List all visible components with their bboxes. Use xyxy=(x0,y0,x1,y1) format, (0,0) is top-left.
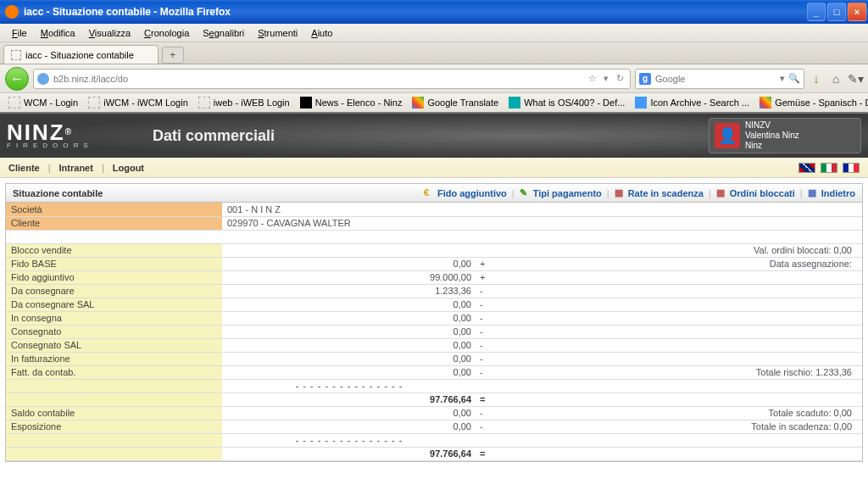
row-value: 0,00 xyxy=(222,325,476,338)
flag-it-icon[interactable] xyxy=(821,163,837,173)
bookmark-icon xyxy=(88,97,100,109)
table-row: In consegna0,00- xyxy=(6,311,862,325)
table-row: Consegnato SAL0,00- xyxy=(6,338,862,352)
back-button[interactable]: ← xyxy=(5,67,29,91)
bookmark-item[interactable]: Icon Archive - Search ... xyxy=(630,97,754,109)
page-title: Dati commerciali xyxy=(153,127,709,145)
row-extra: Totale scaduto: 0,00 xyxy=(490,406,862,420)
home-icon[interactable]: ⌂ xyxy=(828,71,843,86)
google-icon: g xyxy=(639,73,651,85)
row-value: 0,00 xyxy=(222,352,476,365)
flag-uk-icon[interactable] xyxy=(798,163,815,173)
flag-fr-icon[interactable] xyxy=(843,163,860,173)
action-rate-scadenza[interactable]: Rate in scadenza xyxy=(615,187,704,198)
window-maximize-button[interactable]: □ xyxy=(827,3,846,21)
firefox-icon xyxy=(5,5,19,19)
menu-modifica[interactable]: Modifica xyxy=(34,26,82,40)
row-label: Fido aggiuntivo xyxy=(6,270,222,284)
action-indietro[interactable]: Indietro xyxy=(808,187,855,198)
row-label: Da consegnare SAL xyxy=(6,298,222,311)
bookmark-item[interactable]: WCM - Login xyxy=(3,97,83,109)
panel-header: Situazione contabile Fido aggiuntivo | T… xyxy=(6,184,862,203)
row-extra: Totale in scadenza: 0,00 xyxy=(490,420,862,433)
nav-cliente[interactable]: Cliente xyxy=(8,163,40,173)
nav-logout[interactable]: Logout xyxy=(113,163,144,173)
bookmark-item[interactable]: iWCM - iWCM Login xyxy=(83,97,193,109)
content-panel: Situazione contabile Fido aggiuntivo | T… xyxy=(5,183,863,462)
row-value: 0,00 xyxy=(222,311,476,325)
browser-menubar: File Modifica Visualizza Cronologia Segn… xyxy=(0,24,868,42)
pencil-icon xyxy=(520,187,531,198)
reload-icon[interactable]: ↻ xyxy=(613,73,626,84)
table-row: Fatt. da contab.0,00-Totale rischio: 1.2… xyxy=(6,365,862,379)
table-row: Blocco venditeVal. ordini bloccati: 0,00 xyxy=(6,243,862,257)
row-label: Fatt. da contab. xyxy=(6,365,222,379)
row-extra: Totale rischio: 1.233,36 xyxy=(490,365,862,379)
action-ordini-bloccati[interactable]: Ordini bloccati xyxy=(716,187,795,198)
new-tab-button[interactable]: + xyxy=(162,47,184,64)
action-tipi-pagamento[interactable]: Tipi pagamento xyxy=(520,187,602,198)
table-row: Fido BASE0,00+Data assegnazione: xyxy=(6,257,862,270)
url-dropdown-icon[interactable]: ▾ xyxy=(599,73,613,84)
row-value: 0,00 xyxy=(222,257,476,270)
bookmark-item[interactable]: Google Translate xyxy=(407,97,504,109)
row-value: 1.233,36 xyxy=(222,284,476,298)
bookmark-icon xyxy=(635,97,647,109)
action-fido-aggiuntivo[interactable]: Fido aggiuntivo xyxy=(424,187,507,198)
table-row: Da consegnare SAL0,00- xyxy=(6,298,862,311)
bookmark-item[interactable]: What is OS/400? - Def... xyxy=(504,97,630,109)
nav-intranet[interactable]: Intranet xyxy=(59,163,93,173)
bookmark-item[interactable]: Gemüse - Spanisch - D... xyxy=(754,97,868,109)
menu-strumenti[interactable]: Strumenti xyxy=(251,26,304,40)
bookmark-icon xyxy=(760,97,771,109)
row-extra: Val. ordini bloccati: 0,00 xyxy=(490,243,862,257)
panel-title: Situazione contabile xyxy=(13,188,103,198)
back-icon xyxy=(808,187,819,198)
search-dropdown-icon[interactable]: ▾ xyxy=(780,73,785,84)
table-row: Società001 - N I N Z xyxy=(6,203,862,216)
row-label: Cliente xyxy=(6,216,222,230)
browser-tab[interactable]: iacc - Situazione contabile xyxy=(3,45,159,64)
browser-tabbar: iacc - Situazione contabile + xyxy=(0,42,868,64)
tools-icon[interactable]: ✎▾ xyxy=(848,71,863,86)
user-box[interactable]: 👤 NINZV Valentina Ninz Ninz xyxy=(709,118,861,153)
menu-segnalibri[interactable]: Segnalibri xyxy=(196,26,251,40)
row-label: Blocco vendite xyxy=(6,243,222,257)
table-row: Fido aggiuntivo99.000,00+ xyxy=(6,270,862,284)
orders-icon xyxy=(716,187,727,198)
menu-file[interactable]: File xyxy=(5,26,34,40)
divider-row: - - - - - - - - - - - - - - - xyxy=(6,379,862,393)
row-label: Società xyxy=(6,203,222,216)
menu-cronologia[interactable]: Cronologia xyxy=(137,26,196,40)
total-row: 97.766,64= xyxy=(6,447,862,460)
url-bar[interactable]: b2b.ninz.it/iacc/do ☆ ▾ ↻ xyxy=(33,69,631,89)
search-go-icon[interactable]: 🔍 xyxy=(788,73,800,84)
bookmark-item[interactable]: iweb - iWEB Login xyxy=(193,97,295,109)
download-arrow-icon[interactable]: ↓ xyxy=(809,71,824,86)
menu-visualizza[interactable]: Visualizza xyxy=(82,26,137,40)
total-row: 97.766,64= xyxy=(6,393,862,406)
row-label: Fido BASE xyxy=(6,257,222,270)
search-placeholder: Google xyxy=(655,74,685,84)
bookmark-icon xyxy=(300,97,312,109)
row-label: In fatturazione xyxy=(6,352,222,365)
bookmarks-bar: WCM - Login iWCM - iWCM Login iweb - iWE… xyxy=(0,93,868,114)
menu-aiuto[interactable]: Aiuto xyxy=(304,26,339,40)
bookmark-star-icon[interactable]: ☆ xyxy=(586,73,599,84)
table-row: In fatturazione0,00- xyxy=(6,352,862,365)
favicon-placeholder-icon xyxy=(11,50,21,60)
app-logo: NINZ® FIREDOORS xyxy=(0,123,153,149)
search-bar[interactable]: g Google ▾ 🔍 xyxy=(635,69,804,89)
user-code: NINZV xyxy=(745,120,799,131)
table-row: Cliente029970 - CAVAGNA WALTER xyxy=(6,216,862,230)
euro-icon xyxy=(424,187,435,198)
window-close-button[interactable]: × xyxy=(848,3,866,21)
row-label: Consegnato xyxy=(6,325,222,338)
browser-navbar: ← b2b.ninz.it/iacc/do ☆ ▾ ↻ g Google ▾ 🔍… xyxy=(0,64,868,93)
row-value: 99.000,00 xyxy=(222,270,476,284)
window-minimize-button[interactable]: _ xyxy=(807,3,826,21)
row-value: 0,00 xyxy=(222,406,476,420)
bookmark-item[interactable]: News - Elenco - Ninz xyxy=(295,97,408,109)
row-value: 029970 - CAVAGNA WALTER xyxy=(222,216,862,230)
avatar-icon: 👤 xyxy=(715,123,740,148)
